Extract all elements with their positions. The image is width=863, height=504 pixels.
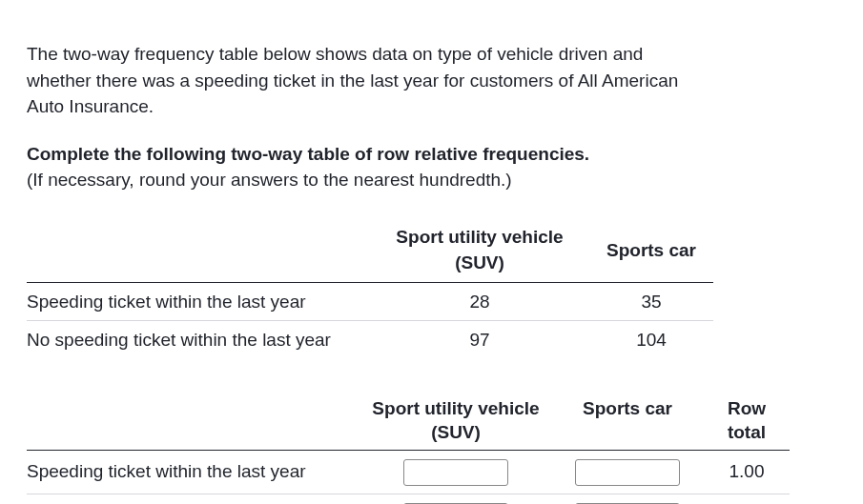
table1-row1-suv: 28: [370, 282, 589, 321]
table1-row1-sportscar: 35: [589, 282, 713, 321]
input-row1-suv[interactable]: [403, 459, 508, 486]
table1-blank-header: [27, 218, 370, 283]
prompt-note: (If necessary, round your answers to the…: [27, 170, 512, 190]
table2-blank-header: [27, 392, 360, 451]
table2-row1-total: 1.00: [704, 451, 790, 494]
table2-col-rowtotal: Row total: [704, 392, 790, 451]
prompt-bold: Complete the following two-way table of …: [27, 144, 589, 164]
intro-text: The two-way frequency table below shows …: [27, 41, 694, 120]
table1-col-suv: Sport utility vehicle (SUV): [370, 218, 589, 283]
table-row: No speeding ticket within the last year …: [27, 494, 790, 504]
table2-row2-label: No speeding ticket within the last year: [27, 494, 360, 504]
table2-col-sportscar: Sports car: [551, 392, 704, 451]
frequency-table: Sport utility vehicle (SUV) Sports car S…: [27, 218, 713, 359]
table1-row1-label: Speeding ticket within the last year: [27, 282, 370, 321]
table-row: No speeding ticket within the last year …: [27, 321, 713, 359]
table1-row2-suv: 97: [370, 321, 589, 359]
input-row1-sportscar[interactable]: [575, 459, 680, 486]
table2-row2-total: 1.00: [704, 494, 790, 504]
prompt-text: Complete the following two-way table of …: [27, 141, 694, 193]
table1-row2-sportscar: 104: [589, 321, 713, 359]
table2-col-suv: Sport utility vehicle (SUV): [360, 392, 551, 451]
table-row: Speeding ticket within the last year 28 …: [27, 282, 713, 321]
table2-row1-label: Speeding ticket within the last year: [27, 451, 360, 494]
table1-col-sportscar: Sports car: [589, 218, 713, 283]
table1-row2-label: No speeding ticket within the last year: [27, 321, 370, 359]
table-row: Speeding ticket within the last year 1.0…: [27, 451, 790, 494]
relative-frequency-table: Sport utility vehicle (SUV) Sports car R…: [27, 392, 790, 504]
